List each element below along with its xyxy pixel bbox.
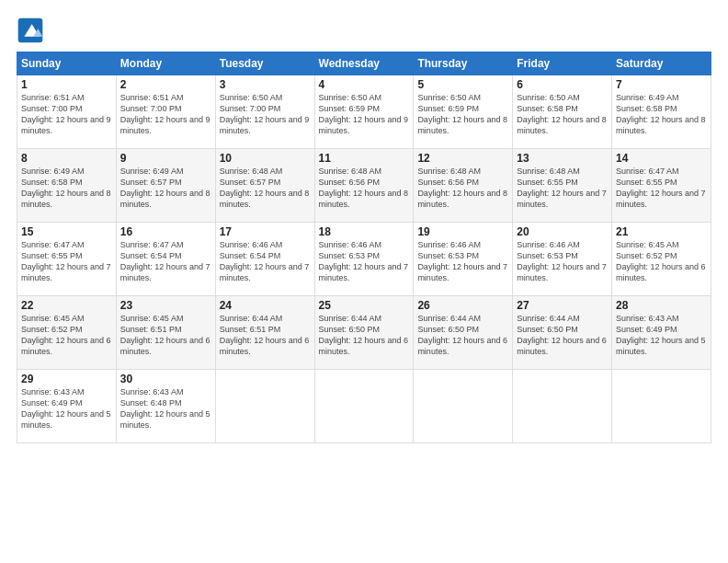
day-info: Sunrise: 6:50 AMSunset: 6:58 PMDaylight:… [517, 92, 608, 137]
calendar-week-row: 8Sunrise: 6:49 AMSunset: 6:58 PMDaylight… [17, 149, 711, 223]
calendar-cell: 9Sunrise: 6:49 AMSunset: 6:57 PMDaylight… [116, 149, 215, 223]
calendar-cell: 30Sunrise: 6:43 AMSunset: 6:48 PMDayligh… [116, 370, 215, 443]
calendar-week-row: 22Sunrise: 6:45 AMSunset: 6:52 PMDayligh… [17, 296, 711, 370]
day-number: 7 [616, 78, 707, 91]
day-info: Sunrise: 6:43 AMSunset: 6:49 PMDaylight:… [21, 386, 112, 431]
calendar-cell: 8Sunrise: 6:49 AMSunset: 6:58 PMDaylight… [17, 149, 117, 223]
calendar-header: SundayMondayTuesdayWednesdayThursdayFrid… [17, 52, 711, 75]
day-number: 23 [120, 299, 211, 312]
day-number: 1 [21, 78, 112, 91]
calendar-cell: 15Sunrise: 6:47 AMSunset: 6:55 PMDayligh… [17, 223, 117, 296]
col-header-saturday: Saturday [612, 52, 711, 75]
day-number: 25 [319, 299, 410, 312]
day-info: Sunrise: 6:44 AMSunset: 6:51 PMDaylight:… [220, 313, 311, 358]
calendar-week-row: 29Sunrise: 6:43 AMSunset: 6:49 PMDayligh… [17, 370, 711, 443]
calendar-cell: 18Sunrise: 6:46 AMSunset: 6:53 PMDayligh… [314, 223, 414, 296]
day-number: 14 [616, 152, 707, 165]
calendar-week-row: 15Sunrise: 6:47 AMSunset: 6:55 PMDayligh… [17, 223, 711, 296]
calendar-cell: 26Sunrise: 6:44 AMSunset: 6:50 PMDayligh… [414, 296, 513, 370]
day-number: 13 [517, 152, 608, 165]
col-header-friday: Friday [513, 52, 612, 75]
day-number: 19 [417, 225, 508, 238]
calendar-cell: 11Sunrise: 6:48 AMSunset: 6:56 PMDayligh… [314, 149, 414, 223]
day-number: 21 [616, 225, 707, 238]
day-number: 17 [220, 225, 311, 238]
day-number: 18 [319, 225, 410, 238]
calendar-cell [314, 370, 414, 443]
day-info: Sunrise: 6:49 AMSunset: 6:57 PMDaylight:… [120, 166, 211, 211]
day-info: Sunrise: 6:51 AMSunset: 7:00 PMDaylight:… [21, 92, 112, 137]
calendar-cell: 14Sunrise: 6:47 AMSunset: 6:55 PMDayligh… [612, 149, 711, 223]
day-number: 6 [517, 78, 608, 91]
col-header-tuesday: Tuesday [215, 52, 314, 75]
col-header-wednesday: Wednesday [314, 52, 414, 75]
day-number: 29 [21, 373, 112, 385]
calendar-cell: 10Sunrise: 6:48 AMSunset: 6:57 PMDayligh… [215, 149, 314, 223]
calendar-cell: 13Sunrise: 6:48 AMSunset: 6:55 PMDayligh… [513, 149, 612, 223]
col-header-monday: Monday [116, 52, 215, 75]
day-info: Sunrise: 6:48 AMSunset: 6:56 PMDaylight:… [319, 166, 410, 211]
day-info: Sunrise: 6:49 AMSunset: 6:58 PMDaylight:… [616, 92, 707, 137]
col-header-thursday: Thursday [414, 52, 513, 75]
day-number: 8 [21, 152, 112, 165]
calendar-cell: 22Sunrise: 6:45 AMSunset: 6:52 PMDayligh… [17, 296, 117, 370]
day-info: Sunrise: 6:43 AMSunset: 6:49 PMDaylight:… [616, 313, 707, 358]
day-info: Sunrise: 6:43 AMSunset: 6:48 PMDaylight:… [120, 386, 211, 431]
calendar-cell: 1Sunrise: 6:51 AMSunset: 7:00 PMDaylight… [17, 75, 117, 149]
day-info: Sunrise: 6:46 AMSunset: 6:53 PMDaylight:… [319, 239, 410, 284]
day-number: 12 [417, 152, 508, 165]
day-info: Sunrise: 6:48 AMSunset: 6:57 PMDaylight:… [220, 166, 311, 211]
day-info: Sunrise: 6:50 AMSunset: 7:00 PMDaylight:… [220, 92, 311, 137]
col-header-sunday: Sunday [17, 52, 117, 75]
calendar-cell: 27Sunrise: 6:44 AMSunset: 6:50 PMDayligh… [513, 296, 612, 370]
day-number: 5 [417, 78, 508, 91]
day-number: 15 [21, 225, 112, 238]
day-info: Sunrise: 6:46 AMSunset: 6:53 PMDaylight:… [517, 239, 608, 284]
day-info: Sunrise: 6:50 AMSunset: 6:59 PMDaylight:… [417, 92, 508, 137]
calendar-cell: 7Sunrise: 6:49 AMSunset: 6:58 PMDaylight… [612, 75, 711, 149]
day-number: 4 [319, 78, 410, 91]
day-number: 24 [220, 299, 311, 312]
day-number: 22 [21, 299, 112, 312]
calendar-cell: 21Sunrise: 6:45 AMSunset: 6:52 PMDayligh… [612, 223, 711, 296]
calendar-cell: 4Sunrise: 6:50 AMSunset: 6:59 PMDaylight… [314, 75, 414, 149]
day-number: 28 [616, 299, 707, 312]
day-info: Sunrise: 6:48 AMSunset: 6:56 PMDaylight:… [417, 166, 508, 211]
day-number: 11 [319, 152, 410, 165]
logo-icon [17, 17, 44, 44]
day-info: Sunrise: 6:49 AMSunset: 6:58 PMDaylight:… [21, 166, 112, 211]
calendar-cell: 24Sunrise: 6:44 AMSunset: 6:51 PMDayligh… [215, 296, 314, 370]
day-info: Sunrise: 6:48 AMSunset: 6:55 PMDaylight:… [517, 166, 608, 211]
day-info: Sunrise: 6:44 AMSunset: 6:50 PMDaylight:… [517, 313, 608, 358]
calendar-cell: 19Sunrise: 6:46 AMSunset: 6:53 PMDayligh… [414, 223, 513, 296]
calendar-cell [414, 370, 513, 443]
calendar-cell: 3Sunrise: 6:50 AMSunset: 7:00 PMDaylight… [215, 75, 314, 149]
day-info: Sunrise: 6:44 AMSunset: 6:50 PMDaylight:… [319, 313, 410, 358]
day-number: 9 [120, 152, 211, 165]
day-info: Sunrise: 6:47 AMSunset: 6:54 PMDaylight:… [120, 239, 211, 284]
calendar-cell [513, 370, 612, 443]
day-number: 10 [220, 152, 311, 165]
day-info: Sunrise: 6:46 AMSunset: 6:54 PMDaylight:… [220, 239, 311, 284]
day-number: 27 [517, 299, 608, 312]
calendar-cell [215, 370, 314, 443]
calendar-cell: 16Sunrise: 6:47 AMSunset: 6:54 PMDayligh… [116, 223, 215, 296]
day-info: Sunrise: 6:51 AMSunset: 7:00 PMDaylight:… [120, 92, 211, 137]
day-info: Sunrise: 6:46 AMSunset: 6:53 PMDaylight:… [417, 239, 508, 284]
page-header [17, 17, 711, 44]
day-info: Sunrise: 6:44 AMSunset: 6:50 PMDaylight:… [417, 313, 508, 358]
day-number: 2 [120, 78, 211, 91]
day-number: 26 [417, 299, 508, 312]
calendar-cell [612, 370, 711, 443]
day-info: Sunrise: 6:47 AMSunset: 6:55 PMDaylight:… [21, 239, 112, 284]
day-info: Sunrise: 6:45 AMSunset: 6:51 PMDaylight:… [120, 313, 211, 358]
day-info: Sunrise: 6:50 AMSunset: 6:59 PMDaylight:… [319, 92, 410, 137]
calendar-cell: 28Sunrise: 6:43 AMSunset: 6:49 PMDayligh… [612, 296, 711, 370]
calendar-cell: 25Sunrise: 6:44 AMSunset: 6:50 PMDayligh… [314, 296, 414, 370]
calendar-cell: 17Sunrise: 6:46 AMSunset: 6:54 PMDayligh… [215, 223, 314, 296]
calendar-cell: 5Sunrise: 6:50 AMSunset: 6:59 PMDaylight… [414, 75, 513, 149]
calendar-cell: 23Sunrise: 6:45 AMSunset: 6:51 PMDayligh… [116, 296, 215, 370]
day-info: Sunrise: 6:45 AMSunset: 6:52 PMDaylight:… [21, 313, 112, 358]
calendar-cell: 12Sunrise: 6:48 AMSunset: 6:56 PMDayligh… [414, 149, 513, 223]
calendar-cell: 29Sunrise: 6:43 AMSunset: 6:49 PMDayligh… [17, 370, 117, 443]
